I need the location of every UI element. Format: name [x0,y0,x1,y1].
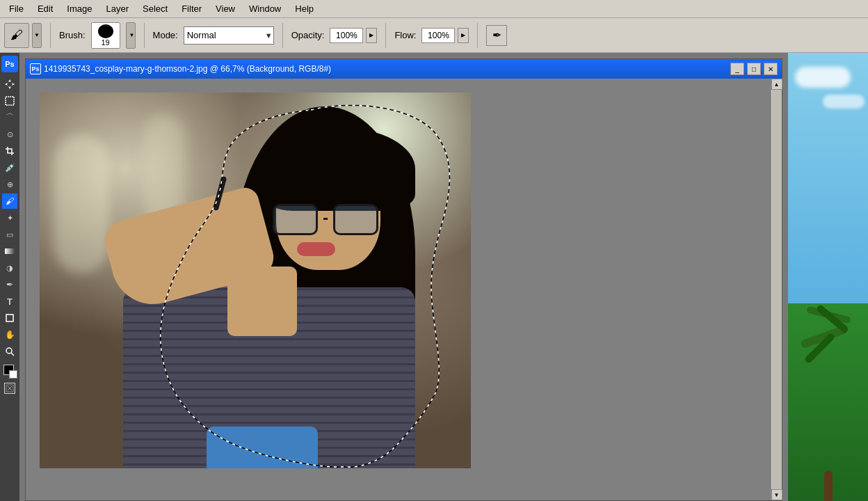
scroll-up-button[interactable]: ▲ [771,79,782,90]
opacity-label: Opacity: [291,30,325,40]
glasses-right-lens [333,204,378,235]
canvas-area: Ps 1419935743_cosplay-mary-g-thomson-2.j… [19,53,788,501]
tool-dodge[interactable]: ◑ [2,260,17,276]
sep5 [477,23,478,48]
lips [297,242,335,256]
svg-rect-2 [5,248,15,254]
sep2 [144,23,145,48]
tool-brush[interactable]: 🖌 [2,193,17,209]
tool-rectangular-marquee[interactable] [2,93,17,109]
clone-icon: ✦ [7,214,13,223]
doc-ps-icon: Ps [30,63,41,74]
menu-view[interactable]: View [209,1,241,16]
airbrush-button[interactable]: ✒ [486,25,507,46]
tool-crop[interactable] [2,143,17,159]
glasses-left-lens [273,204,318,235]
tool-quick-selection[interactable]: ⊙ [2,127,17,142]
tool-hand[interactable]: ✋ [2,327,17,342]
svg-line-5 [11,353,14,356]
opacity-stepper[interactable]: ▶ [366,28,377,43]
crop-icon [6,147,14,155]
tool-eraser[interactable]: ▭ [2,227,17,242]
brush-tool-group: 🖌 ▼ [4,23,42,48]
quick-sel-icon: ⊙ [7,130,13,139]
menu-help[interactable]: Help [289,1,320,16]
menu-layer[interactable]: Layer [100,1,136,16]
eyedropper-icon: 💉 [5,163,15,173]
scroll-down-button[interactable]: ▼ [771,489,782,500]
tool-spot-heal[interactable]: ⊕ [2,177,17,192]
svg-rect-3 [6,315,13,321]
person-figure [40,93,471,468]
sep1 [50,23,51,48]
photo-canvas[interactable]: @keyframes dash { to { stroke-dashoffset… [40,93,471,468]
options-toolbar: 🖌 ▼ Brush: 19 ▼ Mode: Normal Dissolve Da… [0,18,868,53]
gradient-icon [5,246,15,256]
cloud2 [823,95,865,109]
doc-restore-button[interactable]: □ [747,63,761,75]
glasses [273,204,384,239]
dodge-icon: ◑ [6,264,13,273]
mode-select[interactable]: Normal Dissolve Darken Multiply Overlay … [184,26,274,45]
mode-label: Mode: [153,30,178,40]
tool-gradient[interactable] [2,244,17,259]
tool-clone-stamp[interactable]: ✦ [2,210,17,225]
doc-close-button[interactable]: ✕ [764,63,778,75]
airbrush-icon: ✒ [492,29,501,42]
svg-point-4 [6,348,12,353]
tool-eyedropper[interactable]: 💉 [2,160,17,175]
brush-label: Brush: [59,30,86,40]
menu-window[interactable]: Window [243,1,287,16]
glasses-bridge [323,218,328,220]
menu-select[interactable]: Select [136,1,174,16]
hand-icon: ✋ [5,330,15,340]
svg-marker-0 [5,79,15,89]
flow-stepper[interactable]: ▶ [458,28,469,43]
brush-tool-dropdown[interactable]: ▼ [32,23,42,48]
bg-light1 [54,134,109,273]
brush-size-value: 19 [101,38,109,47]
document-scrollbar: ▲ ▼ [771,79,782,500]
tool-pen[interactable]: ✒ [2,277,17,292]
brush-tool-button[interactable]: 🖌 [4,23,29,48]
tool-shape[interactable] [2,310,17,326]
document-title: 1419935743_cosplay-mary-g-thomson-2.jpg … [44,64,728,74]
brush-tool-icon: 🖌 [6,196,14,206]
background-color[interactable] [9,370,17,379]
sep3 [282,23,283,48]
tool-text[interactable]: T [2,294,17,309]
cloud1 [795,67,851,88]
color-swatches [2,363,17,379]
doc-minimize-button[interactable]: _ [730,63,744,75]
menu-filter[interactable]: Filter [175,1,208,16]
tool-zoom[interactable] [2,344,17,359]
sep4 [385,23,386,48]
document-titlebar: Ps 1419935743_cosplay-mary-g-thomson-2.j… [26,59,782,79]
tool-move[interactable] [2,77,17,92]
blue-top [207,427,318,468]
menubar: File Edit Image Layer Select Filter View… [0,0,868,18]
flow-group: 100% ▶ [421,28,469,43]
document-window: Ps 1419935743_cosplay-mary-g-thomson-2.j… [25,58,782,501]
right-panel [788,53,868,501]
tool-lasso[interactable]: ⌒ [2,110,17,125]
text-icon: T [7,296,13,307]
brush-size-arrow: ▼ [129,32,135,38]
brush-size-picker[interactable]: 19 [91,22,120,49]
menu-edit[interactable]: Edit [31,1,59,16]
color-reset-button[interactable] [4,383,15,394]
menu-image[interactable]: Image [61,1,98,16]
zoom-icon [6,347,15,356]
main-area: Ps ⌒ ⊙ 💉 ⊕ 🖌 [0,53,868,501]
scroll-track[interactable] [772,90,782,489]
lasso-icon: ⌒ [6,112,14,124]
brush-icon: 🖌 [10,28,23,42]
pen-icon: ✒ [6,280,13,289]
flow-input[interactable]: 100% [421,28,455,43]
opacity-input[interactable]: 100% [330,28,363,43]
ps-logo: Ps [1,56,18,72]
flow-label: Flow: [394,30,416,40]
menu-file[interactable]: File [3,1,30,16]
brush-size-dropdown[interactable]: ▼ [126,22,136,49]
palm-area [788,303,868,501]
